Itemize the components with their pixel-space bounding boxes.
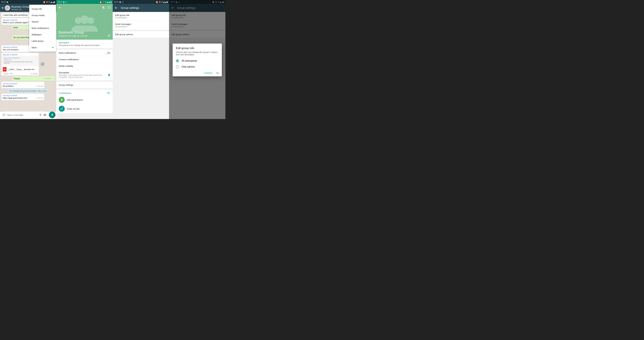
invite-link-row[interactable]: Invite via link	[56, 104, 113, 113]
dialog-explain: Choose who can change this group's subje…	[173, 51, 222, 58]
group-header: Business Group Created by You, today at …	[56, 4, 113, 40]
settings-header: Group settings	[113, 4, 169, 12]
camera-icon[interactable]	[43, 113, 46, 116]
whatsapp-icon: ◉	[6, 1, 8, 3]
svg-point-1	[8, 7, 8, 8]
mute-row[interactable]: Mute notifications	[56, 50, 113, 56]
svg-point-2	[3, 114, 5, 116]
dialog-title: Edit group info	[173, 46, 222, 51]
add-person-icon	[59, 97, 65, 103]
pdf-icon: PDF	[3, 67, 6, 72]
svg-point-6	[103, 6, 104, 8]
status-bar: 12:17◉▢ ⏰🔕♥◢◢▮	[56, 0, 113, 4]
add-participant-icon[interactable]	[102, 6, 105, 9]
link-icon	[59, 106, 65, 112]
group-avatar[interactable]	[5, 5, 10, 10]
group-created: Created by You, today at 11:18 AM	[58, 35, 87, 37]
radio-only-admins[interactable]: Only admins	[173, 64, 222, 70]
media-visibility-row[interactable]: Media visibility	[56, 63, 113, 69]
add-participants-row[interactable]: Add participants	[56, 95, 113, 104]
msg-in[interactable]: Jaroslav Kudritski https://app.grammarly…	[2, 94, 44, 100]
status-icons: ⏰🔕♥◢◢▮	[43, 1, 55, 3]
chevron-right-icon: ▸	[52, 46, 54, 49]
mic-button[interactable]	[49, 112, 56, 118]
edit-group-info-dialog: Edit group info Choose who can change th…	[173, 44, 222, 76]
menu-search[interactable]: Search	[29, 18, 56, 25]
msg-in[interactable]: Jaroslav Kudritski No problem 11:33 AM	[2, 82, 44, 88]
group-settings-row[interactable]: Group settings	[56, 82, 113, 88]
lock-icon	[108, 74, 110, 76]
back-icon[interactable]	[114, 6, 118, 10]
menu-mute[interactable]: Mute notifications	[29, 25, 56, 31]
menu-wallpaper[interactable]: Wallpaper	[29, 31, 56, 38]
svg-point-0	[6, 7, 8, 8]
menu-more[interactable]: More▸	[29, 44, 56, 51]
status-time: 12:17	[1, 1, 6, 3]
search-icon[interactable]	[107, 92, 110, 95]
emoji-icon[interactable]	[2, 113, 6, 116]
participants-count: 2 participants	[59, 92, 71, 94]
svg-point-5	[44, 114, 45, 116]
radio-all-participants[interactable]: All participants	[173, 58, 222, 64]
svg-point-3	[4, 114, 4, 115]
status-bar: 12:17◉▢ ⏰🔕♥◢◢▮	[113, 0, 169, 4]
svg-point-4	[4, 114, 4, 115]
radio-icon	[176, 65, 179, 68]
document-preview: Samy | LVMH | Monthly Report February 20…	[2, 56, 39, 66]
svg-point-7	[62, 99, 62, 100]
description-section[interactable]: Description This group is for sharing in…	[56, 40, 113, 48]
edit-icon[interactable]	[108, 34, 110, 37]
menu-group-info[interactable]: Group info	[29, 6, 56, 12]
status-bar: 12:17 ◉ ⏰🔕♥◢◢▮	[0, 0, 56, 4]
menu-group-media[interactable]: Group media	[29, 12, 56, 18]
send-messages-row[interactable]: Send messages All participants	[113, 21, 169, 30]
cancel-button[interactable]: CANCEL	[204, 72, 213, 74]
input-bar	[0, 111, 56, 118]
overflow-menu: Group info Group media Search Mute notif…	[29, 5, 56, 52]
document-message[interactable]: Jaroslav Kudritski Samy | LVMH | Monthly…	[2, 53, 39, 76]
attach-icon[interactable]	[39, 113, 42, 116]
chat-title: Business Group	[11, 5, 29, 8]
message-input[interactable]	[7, 114, 38, 116]
forward-button[interactable]	[40, 62, 45, 67]
radio-icon	[176, 59, 179, 62]
encryption-row[interactable]: Encryption Messages to this group are se…	[56, 69, 113, 80]
edit-group-info-row[interactable]: Edit group info All participants	[113, 12, 169, 21]
group-name: Business Group	[58, 30, 87, 34]
back-icon[interactable]	[1, 6, 4, 10]
menu-label[interactable]: Label group	[29, 38, 56, 44]
ok-button[interactable]: OK	[216, 72, 219, 74]
custom-notif-row[interactable]: Custom notifications	[56, 56, 113, 63]
mute-toggle[interactable]	[105, 52, 110, 54]
chat-subtitle: Jaroslav, You	[11, 8, 29, 10]
label-icon[interactable]	[108, 6, 111, 9]
edit-admins-row[interactable]: Edit group admins	[113, 31, 169, 38]
back-icon[interactable]	[58, 6, 62, 9]
msg-out[interactable]: Thanks 11:33 AM ✓✓	[12, 76, 55, 81]
